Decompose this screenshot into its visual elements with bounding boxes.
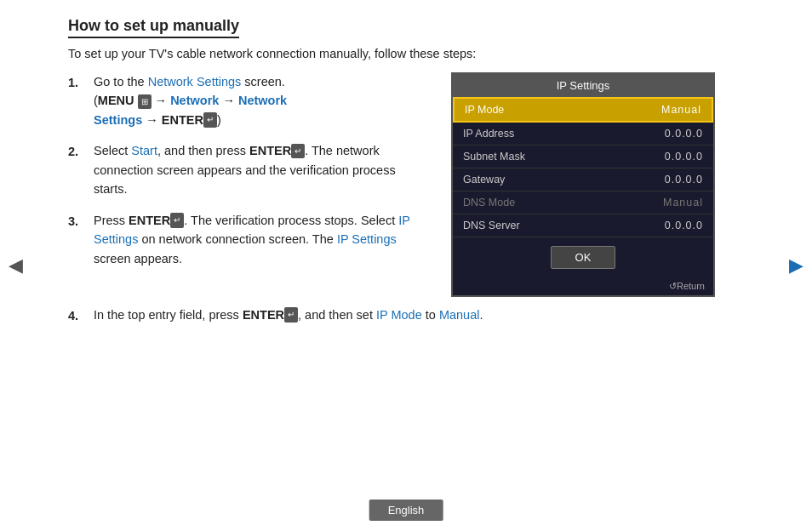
nav-arrow-left[interactable]: ◀ — [9, 254, 23, 277]
step4-manual-link: Manual — [439, 308, 480, 322]
step4-enter-icon: ↵ — [284, 307, 298, 323]
ip-settings-panel: IP Settings IP Mode Manual IP Address 0.… — [451, 72, 715, 297]
step1-menu-icon: ⊞ — [138, 94, 152, 110]
step1-network-link: Network — [170, 94, 219, 107]
dns-server-value: 0.0.0.0 — [665, 220, 703, 231]
step-4-body: In the top entry field, press ENTER↵, an… — [94, 305, 715, 325]
ip-mode-row[interactable]: IP Mode Manual — [453, 97, 713, 123]
ok-btn-row: OK — [453, 237, 713, 277]
step-2-number: 2. — [68, 141, 85, 198]
left-arrow-icon: ◀ — [9, 254, 23, 276]
dns-mode-label: DNS Mode — [463, 197, 515, 208]
gateway-row[interactable]: Gateway 0.0.0.0 — [453, 168, 713, 191]
gateway-value: 0.0.0.0 — [665, 174, 703, 186]
step-2: 2. Select Start, and then press ENTER↵. … — [68, 141, 426, 198]
ip-mode-value: Manual — [661, 104, 701, 116]
dns-server-row[interactable]: DNS Server 0.0.0.0 — [453, 214, 713, 237]
ip-address-label: IP Address — [463, 128, 514, 140]
dns-mode-row: DNS Mode Manual — [453, 191, 713, 214]
ok-button[interactable]: OK — [551, 246, 616, 269]
intro-text: To set up your TV's cable network connec… — [68, 47, 715, 60]
step2-start-link: Start — [131, 144, 157, 157]
step1-enter-icon: ↵ — [203, 112, 217, 128]
step4-ip-mode-link: IP Mode — [376, 308, 422, 322]
ip-settings-title: IP Settings — [453, 74, 713, 97]
step-1-number: 1. — [68, 72, 85, 129]
step2-enter-label: ENTER — [249, 144, 291, 157]
step3-ip-settings-link2: IP Settings — [337, 232, 397, 246]
subnet-mask-label: Subnet Mask — [463, 151, 525, 163]
step4-enter-label: ENTER — [243, 308, 284, 322]
return-row[interactable]: ↺Return — [453, 277, 713, 295]
step-1-body: Go to the Network Settings screen. (MENU… — [94, 72, 426, 129]
right-arrow-icon: ▶ — [789, 254, 803, 276]
subnet-mask-row[interactable]: Subnet Mask 0.0.0.0 — [453, 146, 713, 168]
step3-enter-label: ENTER — [129, 214, 170, 227]
ip-mode-label: IP Mode — [465, 104, 504, 116]
step-3-body: Press ENTER↵. The verification process s… — [94, 211, 426, 268]
step2-enter-icon: ↵ — [291, 144, 305, 159]
ip-address-row[interactable]: IP Address 0.0.0.0 — [453, 123, 713, 146]
step1-network-settings-link: Network Settings — [148, 75, 242, 88]
step1-enter-label: ENTER — [162, 113, 203, 127]
nav-arrow-right[interactable]: ▶ — [789, 254, 803, 277]
step-4: 4. In the top entry field, press ENTER↵,… — [68, 305, 715, 325]
ip-address-value: 0.0.0.0 — [665, 128, 703, 140]
subnet-mask-value: 0.0.0.0 — [665, 151, 703, 163]
step3-enter-icon: ↵ — [170, 213, 184, 228]
return-icon: ↺Return — [669, 281, 705, 291]
step-1: 1. Go to the Network Settings screen. (M… — [68, 72, 426, 129]
dns-mode-value: Manual — [663, 197, 703, 208]
step-2-body: Select Start, and then press ENTER↵. The… — [94, 141, 426, 198]
gateway-label: Gateway — [463, 174, 505, 186]
page-title: How to set up manually — [68, 17, 239, 38]
step-3: 3. Press ENTER↵. The verification proces… — [68, 211, 426, 268]
language-button[interactable]: English — [369, 500, 443, 521]
dns-server-label: DNS Server — [463, 220, 520, 231]
step1-menu-label: MENU — [98, 94, 134, 107]
step-3-number: 3. — [68, 211, 85, 268]
step-4-number: 4. — [68, 305, 85, 325]
